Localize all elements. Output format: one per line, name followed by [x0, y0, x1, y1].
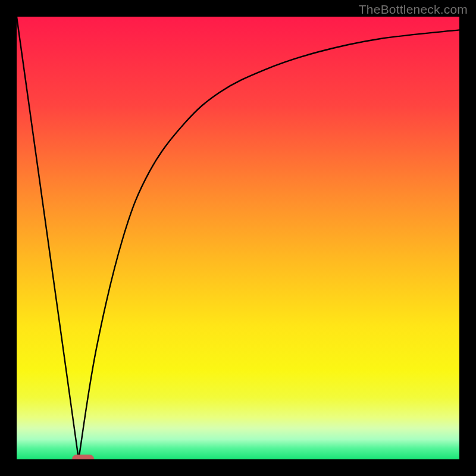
gradient-background: [17, 17, 459, 459]
chart-svg: [17, 17, 459, 459]
chart-frame: TheBottleneck.com: [0, 0, 476, 476]
attribution-label: TheBottleneck.com: [359, 2, 468, 17]
optimal-range-marker: [72, 455, 94, 459]
plot-area: [17, 17, 459, 459]
